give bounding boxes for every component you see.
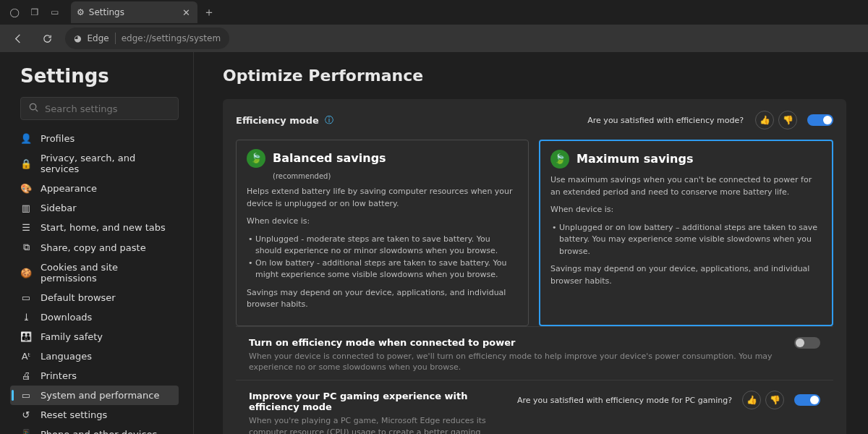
maximum-title: Maximum savings bbox=[576, 150, 693, 168]
nav-icon: ▥ bbox=[20, 203, 32, 213]
balanced-when: When device is: bbox=[247, 216, 518, 228]
thumbs-up-button[interactable]: 👍 bbox=[742, 391, 761, 409]
nav-icon: ☰ bbox=[20, 222, 32, 233]
nav-icon: 📱 bbox=[20, 429, 32, 434]
tab-title: Settings bbox=[89, 7, 178, 17]
sidebar-item-system-and-performance[interactable]: ▭System and performance bbox=[10, 386, 179, 405]
edge-logo-icon: ◕ bbox=[74, 33, 81, 43]
sidebar-item-sidebar[interactable]: ▥Sidebar bbox=[10, 198, 179, 218]
nav-label: Languages bbox=[41, 351, 92, 362]
sidebar-item-family-safety[interactable]: 👪Family safety bbox=[10, 327, 179, 346]
search-input[interactable] bbox=[45, 103, 171, 114]
navbar: ◕ Edge edge://settings/system bbox=[0, 25, 868, 52]
nav-label: Printers bbox=[41, 370, 77, 381]
thumbs-down-button[interactable]: 👎 bbox=[778, 111, 797, 129]
nav-label: Sidebar bbox=[41, 203, 77, 213]
new-tab-button[interactable]: ＋ bbox=[203, 5, 215, 20]
sidebar-item-languages[interactable]: AᵗLanguages bbox=[10, 346, 179, 366]
sidebar-item-privacy-search-and-services[interactable]: 🔒Privacy, search, and services bbox=[10, 148, 179, 179]
nav-icon: ▭ bbox=[20, 390, 32, 401]
nav-label: Cookies and site permissions bbox=[41, 262, 171, 284]
browser-tab[interactable]: ⚙ Settings ✕ bbox=[71, 1, 197, 23]
leaf-icon: 🍃 bbox=[550, 150, 569, 169]
nav-icon: 👪 bbox=[20, 331, 32, 342]
nav-label: Profiles bbox=[41, 133, 75, 144]
maximum-savings-card[interactable]: 🍃 Maximum savings Use maximum savings wh… bbox=[539, 140, 833, 326]
address-url: edge://settings/system bbox=[122, 33, 221, 43]
nav-label: Default browser bbox=[41, 292, 116, 303]
nav-icon: 🍪 bbox=[20, 268, 32, 278]
row-power-title: Turn on efficiency mode when connected t… bbox=[249, 337, 773, 348]
sidebar-item-default-browser[interactable]: ▭Default browser bbox=[10, 288, 179, 307]
thumbs-down-button[interactable]: 👎 bbox=[765, 391, 784, 409]
svg-point-0 bbox=[30, 103, 35, 109]
search-box[interactable] bbox=[20, 97, 179, 120]
workspaces-icon[interactable]: ❐ bbox=[25, 7, 45, 17]
gaming-toggle[interactable] bbox=[794, 394, 820, 406]
maximum-when: When device is: bbox=[550, 204, 822, 216]
sidebar-item-cookies-and-site-permissions[interactable]: 🍪Cookies and site permissions bbox=[10, 258, 179, 288]
power-toggle[interactable] bbox=[794, 337, 820, 349]
nav-label: Start, home, and new tabs bbox=[41, 222, 166, 233]
nav-label: Family safety bbox=[41, 331, 103, 342]
refresh-button[interactable] bbox=[36, 27, 58, 49]
gear-icon: ⚙ bbox=[77, 7, 85, 17]
nav-icon: Aᵗ bbox=[20, 351, 32, 362]
nav-icon: ↺ bbox=[20, 409, 32, 420]
nav-label: Appearance bbox=[41, 183, 97, 194]
row-gaming-desc: When you're playing a PC game, Microsoft… bbox=[249, 415, 506, 434]
nav-label: Share, copy and paste bbox=[41, 242, 146, 253]
nav-icon: 👤 bbox=[20, 133, 32, 144]
efficiency-mode-toggle[interactable] bbox=[807, 114, 833, 126]
thumbs-up-button[interactable]: 👍 bbox=[755, 111, 774, 129]
sidebar-item-profiles[interactable]: 👤Profiles bbox=[10, 129, 179, 148]
balanced-foot: Savings may depend on your device, appli… bbox=[247, 287, 518, 311]
efficiency-mode-title: Efficiency mode bbox=[236, 115, 319, 126]
sidebar-item-start-home-and-new-tabs[interactable]: ☰Start, home, and new tabs bbox=[10, 218, 179, 237]
balanced-savings-card[interactable]: 🍃 Balanced savings (recommended) Helps e… bbox=[236, 140, 529, 326]
nav-label: Phone and other devices bbox=[41, 429, 157, 434]
nav-icon: ▭ bbox=[20, 292, 32, 303]
nav-label: Reset settings bbox=[41, 409, 107, 420]
balanced-title: Balanced savings bbox=[273, 150, 386, 167]
sidebar: Settings 👤Profiles🔒Privacy, search, and … bbox=[0, 52, 194, 434]
nav-label: Downloads bbox=[41, 312, 92, 323]
balanced-bullet-1: Unplugged - moderate steps are taken to … bbox=[247, 234, 518, 258]
sidebar-item-share-copy-and-paste[interactable]: ⧉Share, copy and paste bbox=[10, 237, 179, 258]
close-tab-icon[interactable]: ✕ bbox=[182, 7, 190, 18]
sidebar-item-downloads[interactable]: ⤓Downloads bbox=[10, 307, 179, 327]
nav-icon: 🖨 bbox=[20, 370, 32, 381]
sidebar-item-reset-settings[interactable]: ↺Reset settings bbox=[10, 405, 179, 425]
gaming-feedback-text: Are you satisfied with efficiency mode f… bbox=[517, 396, 732, 405]
leaf-icon: 🍃 bbox=[247, 149, 265, 168]
info-icon[interactable]: ⓘ bbox=[325, 114, 333, 127]
efficiency-feedback-text: Are you satisfied with efficiency mode? bbox=[587, 116, 744, 125]
sidebar-item-appearance[interactable]: 🎨Appearance bbox=[10, 179, 179, 198]
nav-icon: 🎨 bbox=[20, 183, 32, 194]
balanced-intro: Helps extend battery life by saving comp… bbox=[247, 186, 518, 210]
back-button[interactable] bbox=[7, 27, 29, 49]
app-icon: ◯ bbox=[4, 7, 25, 17]
efficiency-panel: Efficiency mode ⓘ Are you satisfied with… bbox=[223, 99, 846, 434]
titlebar: ◯ ❐ ▭ ⚙ Settings ✕ ＋ bbox=[0, 0, 868, 25]
recommended-label: (recommended) bbox=[273, 171, 518, 182]
page-title: Optimize Performance bbox=[223, 67, 846, 85]
maximum-intro: Use maximum savings when you can't be co… bbox=[550, 174, 822, 198]
nav-icon: ⧉ bbox=[20, 242, 32, 253]
nav-label: System and performance bbox=[41, 390, 159, 401]
balanced-bullet-2: On low battery - additional steps are ta… bbox=[247, 258, 518, 281]
maximum-foot: Savings may depend on your device, appli… bbox=[550, 263, 822, 287]
tabactions-icon[interactable]: ▭ bbox=[45, 7, 65, 17]
search-icon bbox=[28, 102, 39, 115]
divider bbox=[115, 33, 116, 44]
row-gaming-title: Improve your PC gaming experience with e… bbox=[249, 391, 506, 412]
maximum-bullet-1: Unplugged or on low battery – additional… bbox=[550, 222, 822, 258]
sidebar-item-phone-and-other-devices[interactable]: 📱Phone and other devices bbox=[10, 425, 179, 434]
nav-icon: ⤓ bbox=[20, 312, 32, 323]
address-bar[interactable]: ◕ Edge edge://settings/system bbox=[65, 27, 229, 49]
nav-icon: 🔒 bbox=[20, 158, 32, 169]
sidebar-heading: Settings bbox=[20, 65, 179, 87]
nav-label: Privacy, search, and services bbox=[41, 153, 171, 174]
sidebar-item-printers[interactable]: 🖨Printers bbox=[10, 366, 179, 386]
address-app-name: Edge bbox=[87, 33, 109, 43]
